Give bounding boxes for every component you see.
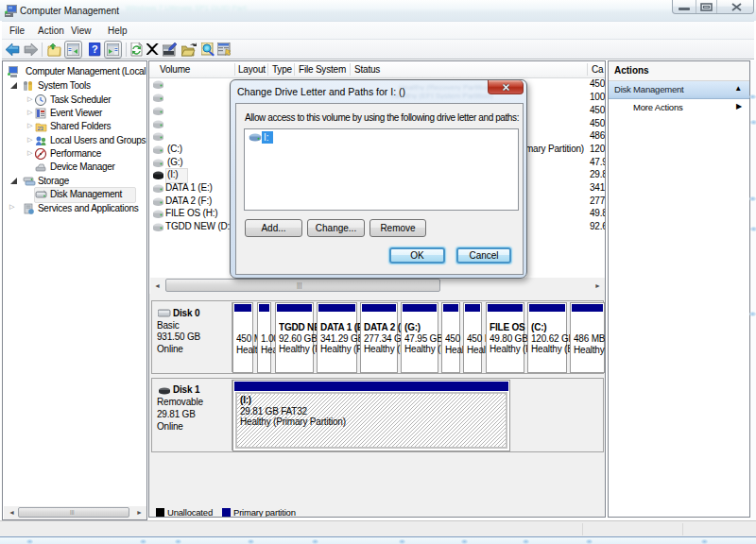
- svg-text:?: ?: [92, 43, 98, 55]
- svg-text:23: 23: [38, 126, 44, 131]
